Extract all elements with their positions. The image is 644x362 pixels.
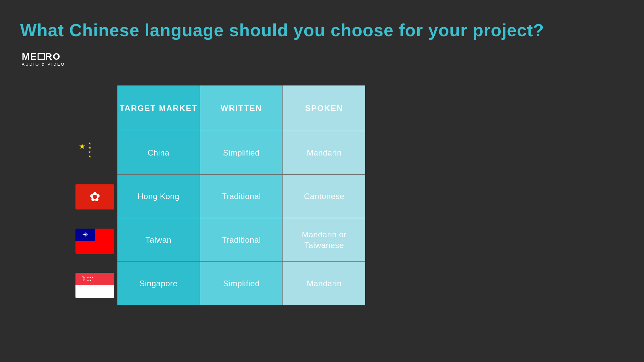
- flag-singapore: ☽ ★★★★★: [75, 273, 114, 298]
- taiwan-spoken-cell: Mandarin or Taiwanese: [283, 218, 365, 261]
- col-target-header: TARGET MARKET: [117, 85, 200, 131]
- table-body: China Simplified Mandarin Hong Kong Tra: [117, 131, 365, 305]
- taiwan-written-text: Traditional: [222, 235, 261, 245]
- flag-taiwan: ☀: [75, 229, 114, 254]
- col-spoken-header: SPOKEN: [283, 85, 365, 131]
- taiwan-market-text: Taiwan: [146, 235, 172, 245]
- page-title: What Chinese language should you choose …: [20, 20, 544, 40]
- singapore-bottom: [75, 285, 114, 298]
- sg-spoken-cell: Mandarin: [283, 262, 365, 305]
- main-table: ★ ★ ★ ★ ★ ✿ ☀: [72, 85, 365, 307]
- table-header-row: TARGET MARKET WRITTEN SPOKEN: [117, 85, 365, 131]
- logo-icon: [38, 53, 45, 60]
- china-spoken-cell: Mandarin: [283, 131, 365, 174]
- hk-written-cell: Traditional: [200, 175, 282, 218]
- table-row: Singapore Simplified Mandarin: [117, 261, 365, 305]
- china-market-text: China: [148, 148, 169, 158]
- logo: MERO AUDIO & VIDEO: [22, 52, 65, 67]
- flags-column: ★ ★ ★ ★ ★ ✿ ☀: [72, 85, 117, 307]
- taiwan-written-cell: Traditional: [200, 218, 282, 261]
- hk-written-text: Traditional: [222, 192, 261, 201]
- written-header-label: WRITTEN: [221, 104, 262, 113]
- china-written-text: Simplified: [223, 148, 260, 158]
- sg-market-cell: Singapore: [117, 262, 200, 305]
- china-spoken-text: Mandarin: [307, 148, 341, 158]
- hk-market-cell: Hong Kong: [117, 175, 200, 218]
- logo-subtitle: AUDIO & VIDEO: [22, 62, 65, 67]
- sg-written-text: Simplified: [223, 279, 260, 288]
- sg-market-text: Singapore: [140, 279, 178, 288]
- taiwan-sun-icon: ☀: [82, 231, 88, 239]
- china-star-large: ★: [79, 143, 86, 150]
- flag-taiwan-cell: ☀: [72, 219, 117, 263]
- taiwan-bottom-left: [75, 241, 95, 254]
- table-row: China Simplified Mandarin: [117, 131, 365, 174]
- singapore-stars: ★★★★★: [87, 276, 94, 282]
- china-written-cell: Simplified: [200, 131, 282, 174]
- singapore-crescent: ☽: [79, 276, 86, 282]
- target-header-label: TARGET MARKET: [119, 104, 197, 113]
- flag-singapore-cell: ☽ ★★★★★: [72, 263, 117, 307]
- sg-spoken-text: Mandarin: [307, 279, 341, 288]
- col-written-header: WRITTEN: [200, 85, 282, 131]
- flag-hk-cell: ✿: [72, 175, 117, 219]
- hk-flower-icon: ✿: [90, 190, 100, 203]
- taiwan-right: [95, 229, 114, 254]
- hk-spoken-text: Cantonese: [304, 192, 344, 201]
- hk-market-text: Hong Kong: [138, 192, 179, 201]
- table-row: Taiwan Traditional Mandarin or Taiwanese: [117, 218, 365, 261]
- china-market-cell: China: [117, 131, 200, 174]
- logo-text: MERO: [22, 52, 61, 61]
- table-row: Hong Kong Traditional Cantonese: [117, 174, 365, 218]
- flag-hk: ✿: [75, 184, 114, 209]
- taiwan-spoken-text: Mandarin or Taiwanese: [283, 229, 365, 250]
- hk-spoken-cell: Cantonese: [283, 175, 365, 218]
- sg-written-cell: Simplified: [200, 262, 282, 305]
- taiwan-market-cell: Taiwan: [117, 218, 200, 261]
- data-table: TARGET MARKET WRITTEN SPOKEN China Simpl…: [117, 85, 365, 307]
- singapore-top: ☽ ★★★★★: [75, 273, 114, 286]
- spoken-header-label: SPOKEN: [305, 104, 343, 113]
- flag-china-cell: ★ ★ ★ ★ ★: [72, 131, 117, 174]
- china-stars-small: ★ ★ ★ ★: [88, 142, 91, 158]
- flag-china: ★ ★ ★ ★ ★: [75, 140, 114, 165]
- taiwan-blue-canton: ☀: [75, 229, 95, 241]
